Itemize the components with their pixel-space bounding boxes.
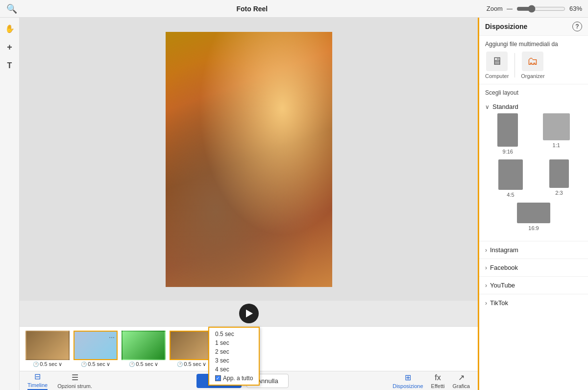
thumb-time-1[interactable]: 🕐 0.5 sec ∨ [33,361,62,367]
duration-option-3[interactable]: 3 sec [213,356,255,365]
layout-item-1-1[interactable]: 1:1 [543,113,570,155]
duration-option-2[interactable]: 2 sec [213,347,255,356]
instagram-label: Instagram [490,246,518,254]
apply-all-label: App. a tutto [223,375,253,382]
play-button[interactable] [239,304,259,323]
media-label: Aggiungi file multimediali da [485,41,582,48]
tab-timeline[interactable]: ⊟ Timeline [27,372,48,390]
search-icon-top[interactable]: 🔍 [6,3,18,15]
standard-chevron-icon: ∨ [485,104,490,110]
youtube-label: YouTube [490,282,515,289]
thumb-time-3[interactable]: 🕐 0.5 sec ∨ [129,361,158,367]
facebook-section: › Facebook [479,259,588,276]
zoom-label: Zoom [487,5,503,12]
layout-label-16-9: 16:9 [528,225,539,231]
thumb-item-2: ··· 🕐 0.5 sec ∨ [74,331,118,367]
timeline-area: 🕐 0.5 sec ∨ ··· 🕐 0.5 sec ∨ [20,326,478,390]
canvas-preview [20,18,478,301]
duration-option-05[interactable]: 0.5 sec [213,330,255,338]
media-sources: 🖥 Computer 🗂 Organizer [485,52,582,79]
layout-label-1-1: 1:1 [553,142,560,148]
tab-graphics[interactable]: ↗ Grafica [453,373,470,389]
thumb-image-2[interactable]: ··· [74,331,118,360]
layout-thumb-9-16 [497,113,518,147]
thumb-time-4[interactable]: 🕐 0.5 sec ∨ [177,361,206,367]
clock-icon-3: 🕐 [129,362,135,367]
layout-item-16-9[interactable]: 16:9 [517,203,550,231]
thumb-dots-2[interactable]: ··· [109,333,115,341]
clock-icon-4: 🕐 [177,362,183,367]
hand-tool-icon[interactable]: ✋ [4,23,16,34]
main-layout: ✋ + T 🕐 0.5 sec ∨ [0,18,588,390]
thumb-image-3[interactable] [122,331,166,360]
thumb-image-1[interactable] [25,331,70,360]
clock-icon-1: 🕐 [33,362,39,367]
apply-all-checkbox[interactable] [215,375,221,381]
timeline-label: Timeline [27,382,48,388]
tiktok-chevron-icon: › [485,300,487,307]
text-tool-icon[interactable]: T [4,60,16,72]
layout-section: Scegli layout ∨ Standard 9:16 1:1 [479,84,588,241]
standard-section-header[interactable]: ∨ Standard [485,100,582,113]
thumb-image-4[interactable] [170,331,214,360]
plus-tool-icon[interactable]: + [4,41,16,53]
play-button-area [20,301,478,326]
help-icon[interactable]: ? [572,22,582,31]
layout-item-4-5[interactable]: 4:5 [498,159,523,198]
computer-source-icon: 🖥 [486,52,508,71]
layout-thumb-1-1 [543,113,570,140]
facebook-chevron-icon: › [485,264,487,271]
zoom-slider[interactable] [516,5,565,13]
organizer-source[interactable]: 🗂 Organizer [521,52,544,79]
right-panel-header: Disposizione ? [479,18,588,36]
top-bar: 🔍 Foto Reel Zoom — 63% [0,0,588,18]
thumb-item-4: 🕐 0.5 sec ∨ [170,331,214,367]
facebook-label: Facebook [490,264,518,271]
tiktok-section-header[interactable]: › TikTok [479,294,588,312]
computer-label: Computer [485,73,509,79]
layout-label: Scegli layout [485,89,582,96]
thumb-item-1: 🕐 0.5 sec ∨ [25,331,70,367]
layout-label-4-5: 4:5 [507,192,514,198]
effects-label: Effetti [431,383,445,389]
canvas-area: 🕐 0.5 sec ∨ ··· 🕐 0.5 sec ∨ [20,18,478,390]
computer-icon: 🖥 [491,55,502,68]
thumb-time-2[interactable]: 🕐 0.5 sec ∨ [81,361,110,367]
youtube-chevron-icon: › [485,282,487,289]
layout-item-9-16[interactable]: 9:16 [497,113,518,155]
layout-thumb-4-5 [498,159,523,190]
layout-icon: ⊞ [405,373,411,382]
layout-item-2-3[interactable]: 2:3 [549,159,569,198]
computer-source[interactable]: 🖥 Computer [485,52,509,79]
layout-row-3: 16:9 [485,203,582,231]
preview-photo [166,32,332,287]
bottom-left-tabs: ⊟ Timeline ☰ Opzioni strum. [27,372,92,390]
tab-layout[interactable]: ⊞ Disposizione [392,373,423,389]
layout-thumb-2-3 [549,159,569,188]
tab-effects[interactable]: fx Effetti [431,373,445,389]
duration-dropdown: 0.5 sec 1 sec 2 sec 3 sec 4 sec App. a t… [208,327,260,386]
media-divider [514,53,515,78]
tiktok-section: › TikTok [479,294,588,312]
zoom-percent: 63% [569,5,582,12]
right-panel: Disposizione ? Aggiungi file multimedial… [478,18,588,390]
organizer-label: Organizer [521,73,544,79]
layout-label-9-16: 9:16 [503,149,513,155]
timeline-icon: ⊟ [34,372,41,381]
tiktok-label: TikTok [490,299,508,307]
instagram-section-header[interactable]: › Instagram [479,241,588,259]
clock-icon-2: 🕐 [81,362,87,367]
options-label: Opzioni strum. [57,383,92,389]
duration-apply-all[interactable]: App. a tutto [213,374,255,383]
youtube-section-header[interactable]: › YouTube [479,277,588,294]
tab-options[interactable]: ☰ Opzioni strum. [57,373,92,389]
instagram-section: › Instagram [479,241,588,259]
app-title: Foto Reel [236,5,268,13]
facebook-section-header[interactable]: › Facebook [479,259,588,276]
layout-row-1: 9:16 1:1 [485,113,582,155]
graphics-icon: ↗ [458,373,465,382]
thumb-item-3: 🕐 0.5 sec ∨ [122,331,166,367]
duration-option-1[interactable]: 1 sec [213,338,255,347]
timeline-thumbnails: 🕐 0.5 sec ∨ ··· 🕐 0.5 sec ∨ [20,327,478,371]
duration-option-4[interactable]: 4 sec [213,365,255,374]
